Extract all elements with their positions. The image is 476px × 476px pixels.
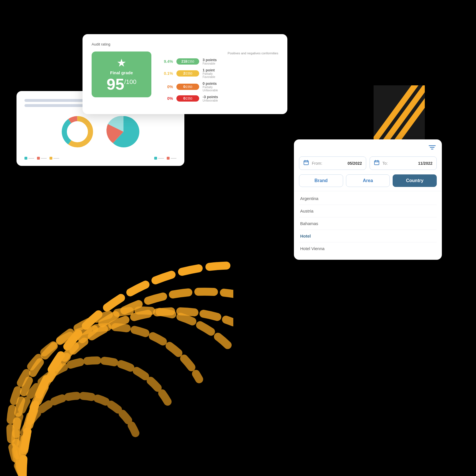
list-item-argentina[interactable]: Argentina [299,192,437,205]
points-3: 0 points PartiallyUnfavorable [203,81,218,92]
calendar-from-icon [303,160,309,167]
pct-3: 0% [160,85,173,89]
date-from-field[interactable]: From: 05/2022 [299,156,366,170]
chart-legend-2: —— —— [154,156,176,160]
legend-item-teal-1: —— [24,156,34,160]
from-value: 05/2022 [347,161,362,166]
list-item-bahamas[interactable]: Bahamas [299,217,437,230]
conformity-row-1: 9.4% 218/2350 3 points Favorable [160,58,278,65]
filter-card: From: 05/2022 To: 11/2022 Brand Area Cou… [294,139,442,260]
legend-dot-teal [24,157,27,160]
grade-score: 95/100 [106,76,136,92]
calendar-to-icon [374,160,380,167]
audit-card-body: ★ Final grade 95/100 Positives and negat… [92,51,278,105]
conformity-row-4: 0% 0/2350 -3 points Unfavorable [160,95,278,102]
conformity-row-2: 0.1% 2/2350 1 point PartiallyFavorable [160,68,278,79]
date-to-field[interactable]: To: 11/2022 [370,156,437,170]
filter-dates: From: 05/2022 To: 11/2022 [294,156,442,174]
charts-row [24,113,176,150]
legend-dot-teal-2 [154,157,157,160]
svg-point-7 [68,123,86,141]
donut-chart [59,113,96,150]
conformities-section: Positives and negatives conformities 9.4… [160,51,278,105]
legend-dot-orange [50,157,52,160]
badge-2: 2/2350 [176,70,199,77]
pct-4: 0% [160,96,173,101]
star-icon: ★ [117,57,126,69]
pct-1: 9.4% [160,59,173,64]
svg-rect-9 [374,161,379,165]
legend-item-red-2: —— [167,156,176,160]
audit-rating-card: Audit rating ★ Final grade 95/100 Positi… [83,34,287,114]
final-grade-label: Final grade [110,70,133,75]
points-4: -3 points Unfavorable [203,95,218,102]
filter-icon[interactable] [428,144,436,154]
golden-arcs-decoration [0,243,233,476]
points-1: 3 points Favorable [203,58,217,65]
conformity-row-3: 0% 0/2350 0 points PartiallyUnfavorable [160,81,278,92]
badge-3: 0/2350 [176,84,199,90]
tab-area[interactable]: Area [346,174,390,187]
legend-item-teal-2: —— [154,156,164,160]
charts-legends: —— —— —— —— —— [24,153,176,160]
svg-rect-8 [304,161,308,165]
pie-chart [105,113,142,150]
legend-item-orange-1: —— [50,156,59,160]
points-2: 1 point PartiallyFavorable [203,68,215,79]
filter-tabs: Brand Area Country [294,174,442,191]
legend-dot-red [37,157,40,160]
pct-2: 0.1% [160,71,173,76]
list-item-austria[interactable]: Austria [299,205,437,217]
legend-item-red-1: —— [37,156,47,160]
chart-legend-1: —— —— —— [24,156,59,160]
tab-country[interactable]: Country [393,174,437,187]
from-label: From: [312,161,322,166]
audit-card-title: Audit rating [92,42,278,46]
to-value: 11/2022 [418,161,432,166]
badge-4: 0/2350 [176,95,199,102]
list-item-hotel-vienna[interactable]: Hotel Vienna [299,242,437,255]
tab-brand[interactable]: Brand [299,174,343,187]
list-item-hotel-group: Hotel [299,230,437,242]
legend-dot-red-2 [167,157,170,160]
conformities-header: Positives and negatives conformities [160,51,278,55]
filter-list: Argentina Austria Bahamas Hotel Hotel Vi… [294,191,442,260]
grade-box: ★ Final grade 95/100 [92,51,151,97]
to-label: To: [382,161,388,166]
filter-header [294,139,442,156]
badge-1: 218/2350 [176,58,199,65]
